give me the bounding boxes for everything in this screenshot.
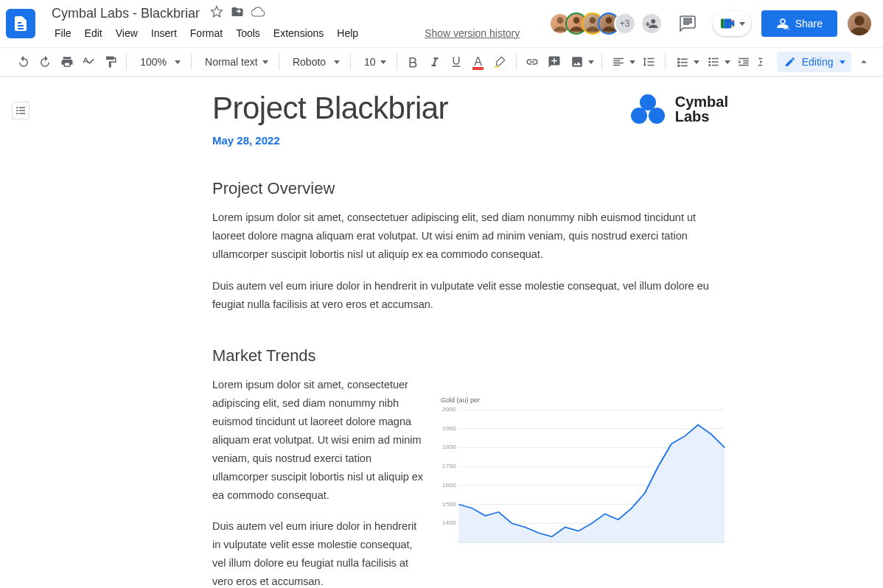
- line-spacing-icon[interactable]: [638, 52, 658, 72]
- brand-logo: Cymbal Labs: [629, 94, 728, 124]
- svg-text:1900: 1900: [442, 425, 457, 431]
- menu-extensions[interactable]: Extensions: [268, 24, 329, 42]
- checklist-dropdown[interactable]: [671, 52, 701, 72]
- body-paragraph: Lorem ipsum dolor sit amet, consectetuer…: [212, 209, 728, 264]
- style-value: Normal text: [205, 56, 258, 68]
- account-avatar[interactable]: [848, 12, 871, 35]
- add-comment-icon[interactable]: [544, 52, 564, 72]
- menu-help[interactable]: Help: [331, 24, 364, 42]
- font-size-value: 10: [364, 56, 376, 68]
- menu-edit[interactable]: Edit: [79, 24, 108, 42]
- menu-file[interactable]: File: [49, 24, 77, 42]
- paragraph-style-dropdown[interactable]: Normal text: [198, 52, 273, 72]
- doc-title[interactable]: Cymbal Labs - Blackbriar: [49, 4, 203, 23]
- align-dropdown[interactable]: [607, 52, 637, 72]
- share-button[interactable]: Share: [761, 10, 837, 37]
- svg-point-3: [605, 17, 612, 24]
- highlight-icon[interactable]: [489, 52, 509, 72]
- brand-logo-text-1: Cymbal: [675, 94, 728, 109]
- body-paragraph: Duis autem vel eum iriure dolor in hendr…: [212, 517, 426, 588]
- document-title: Project Blackbriar: [212, 91, 448, 125]
- font-value: Roboto: [293, 56, 326, 68]
- star-icon[interactable]: [210, 5, 223, 21]
- svg-text:1600: 1600: [442, 482, 457, 488]
- comment-history-icon[interactable]: [673, 9, 702, 38]
- document-date: May 28, 2022: [212, 134, 448, 147]
- embedded-chart[interactable]: Gold (au) per 14001500160017001800190020…: [441, 396, 728, 557]
- share-label: Share: [795, 18, 823, 29]
- svg-text:1500: 1500: [442, 501, 457, 507]
- spellcheck-icon[interactable]: [78, 52, 98, 72]
- presence-stack[interactable]: +3: [555, 13, 663, 35]
- svg-text:1700: 1700: [442, 463, 457, 469]
- menu-format[interactable]: Format: [184, 24, 228, 42]
- zoom-dropdown[interactable]: 100%: [133, 52, 185, 72]
- meet-button[interactable]: [713, 11, 751, 36]
- body-paragraph: Lorem ipsum dolor sit amet, consectetuer…: [212, 376, 426, 505]
- version-history-link[interactable]: Show version history: [425, 27, 520, 39]
- menubar: File Edit View Insert Format Tools Exten…: [49, 24, 520, 42]
- svg-point-6: [708, 61, 711, 63]
- svg-text:1800: 1800: [442, 444, 457, 450]
- font-size-dropdown[interactable]: 10: [357, 52, 391, 72]
- brand-logo-mark: [629, 94, 666, 124]
- paint-format-icon[interactable]: [100, 52, 120, 72]
- italic-icon[interactable]: [425, 52, 444, 72]
- svg-point-1: [573, 17, 579, 24]
- redo-icon[interactable]: [35, 52, 55, 72]
- increase-indent-icon[interactable]: [755, 52, 775, 72]
- menu-insert[interactable]: Insert: [145, 24, 183, 42]
- bold-icon[interactable]: [402, 52, 422, 72]
- svg-text:2000: 2000: [442, 407, 457, 413]
- avatar-more[interactable]: +3: [614, 13, 636, 35]
- collapse-toolbar-icon[interactable]: [854, 52, 874, 72]
- section-heading: Project Overview: [212, 179, 728, 198]
- insert-link-icon[interactable]: [523, 52, 542, 72]
- font-dropdown[interactable]: Roboto: [285, 52, 344, 72]
- bulleted-list-dropdown[interactable]: [702, 52, 732, 72]
- underline-icon[interactable]: [446, 52, 466, 72]
- text-color-icon[interactable]: A: [468, 52, 488, 72]
- add-collaborator-icon[interactable]: [641, 13, 663, 35]
- mode-label: Editing: [802, 56, 834, 68]
- zoom-value: 100%: [140, 56, 167, 68]
- svg-point-7: [708, 64, 711, 66]
- move-icon[interactable]: [231, 5, 244, 21]
- chart-title: Gold (au) per: [441, 396, 728, 404]
- insert-image-dropdown[interactable]: [566, 52, 596, 72]
- menu-tools[interactable]: Tools: [230, 24, 266, 42]
- brand-logo-text-2: Labs: [675, 109, 728, 124]
- svg-point-5: [708, 57, 711, 60]
- svg-point-0: [556, 17, 563, 24]
- svg-point-2: [589, 17, 596, 24]
- outline-toggle-icon[interactable]: [12, 102, 29, 119]
- mode-dropdown[interactable]: Editing: [777, 52, 851, 72]
- svg-point-4: [854, 15, 864, 25]
- undo-icon[interactable]: [13, 52, 33, 72]
- menu-view[interactable]: View: [110, 24, 144, 42]
- section-heading: Market Trends: [212, 346, 728, 365]
- document-page[interactable]: Project Blackbriar May 28, 2022 Cymbal L…: [212, 91, 728, 588]
- caret-down-icon: [739, 22, 745, 26]
- cloud-saved-icon[interactable]: [251, 5, 265, 21]
- decrease-indent-icon[interactable]: [733, 52, 753, 72]
- svg-text:1400: 1400: [442, 520, 457, 526]
- print-icon[interactable]: [57, 52, 77, 72]
- docs-app-icon[interactable]: [6, 9, 35, 38]
- body-paragraph: Duis autem vel eum iriure dolor in hendr…: [212, 277, 728, 314]
